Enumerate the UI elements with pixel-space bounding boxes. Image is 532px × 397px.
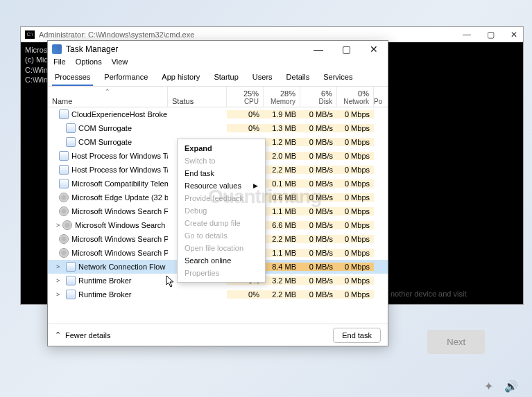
ctx-resource-values[interactable]: Resource values▶ <box>178 179 265 192</box>
expander-icon[interactable]: > <box>56 263 63 270</box>
tab-details[interactable]: Details <box>284 71 313 86</box>
ctx-properties: Properties <box>178 267 265 279</box>
ctx-provide-feedback: Provide feedback <box>178 192 265 204</box>
process-name: COM Surrogate <box>78 138 132 146</box>
tm-menubar[interactable]: File Options View <box>48 58 388 71</box>
menu-file[interactable]: File <box>53 58 66 71</box>
tm-titlebar[interactable]: Task Manager — ▢ ✕ <box>48 41 388 58</box>
cell-disk: 0 MB/s <box>300 166 337 174</box>
ctx-open-file-location: Open file location <box>178 242 265 254</box>
cell-name: Host Process for Windows Tasks <box>48 151 168 161</box>
cell-disk: 0 MB/s <box>300 249 337 257</box>
tab-users[interactable]: Users <box>250 71 275 86</box>
next-button[interactable]: Next <box>427 330 485 354</box>
col-disk[interactable]: 6%Disk <box>300 87 337 107</box>
tm-min-icon[interactable]: — <box>309 44 328 55</box>
cell-network: 0 Mbps <box>337 166 374 174</box>
col-more[interactable]: Po <box>374 87 384 107</box>
process-icon <box>59 151 69 161</box>
grid-header[interactable]: ⌃ Name Status 25%CPU 28%Memory 6%Disk 0%… <box>48 87 388 107</box>
process-name: Microsoft Windows Search Inde... <box>75 221 168 229</box>
cmd-close-icon[interactable]: ✕ <box>509 30 519 39</box>
cell-network: 0 Mbps <box>337 179 374 188</box>
cell-network: 0 Mbps <box>337 152 374 160</box>
table-row[interactable]: CloudExperienceHost Broker0%1.9 MB0 MB/s… <box>48 107 388 121</box>
cell-name: Microsoft Windows Search Filte... <box>48 206 168 216</box>
accessibility-icon[interactable]: ✦ <box>484 380 493 393</box>
process-icon <box>59 206 69 216</box>
tab-app-history[interactable]: App history <box>159 71 203 86</box>
cell-name: >Microsoft Windows Search Inde... <box>48 220 168 230</box>
cell-name: >Network Connection Flow <box>48 262 168 272</box>
cell-name: Microsoft Edge Update (32 bit) <box>48 193 168 202</box>
process-name: Runtime Broker <box>78 276 131 285</box>
cmd-min-icon[interactable]: — <box>462 30 472 39</box>
table-row[interactable]: >Runtime Broker0%2.2 MB0 MB/s0 Mbps <box>48 288 388 301</box>
col-name[interactable]: ⌃ Name <box>48 87 168 107</box>
chevron-right-icon: ▶ <box>253 182 258 189</box>
cell-disk: 0 MB/s <box>300 124 337 132</box>
cell-name: COM Surrogate <box>48 137 168 147</box>
col-status[interactable]: Status <box>168 87 227 107</box>
ctx-switch-to: Switch to <box>178 155 265 167</box>
expander-icon[interactable]: > <box>56 277 63 284</box>
col-memory[interactable]: 28%Memory <box>264 87 300 107</box>
col-cpu[interactable]: 25%CPU <box>227 87 264 107</box>
col-network[interactable]: 0%Network <box>337 87 374 107</box>
process-name: Host Process for Windows Tasks <box>71 152 168 160</box>
cmd-window-controls: — ▢ ✕ <box>462 30 519 39</box>
process-icon <box>59 193 69 202</box>
ctx-debug: Debug <box>178 204 265 217</box>
expander-icon[interactable]: > <box>56 291 63 298</box>
tab-processes[interactable]: Processes <box>52 71 93 86</box>
cell-network: 0 Mbps <box>337 290 374 299</box>
table-row[interactable]: COM Surrogate0%1.3 MB0 MB/s0 Mbps <box>48 121 388 135</box>
cell-network: 0 Mbps <box>337 235 374 243</box>
ctx-go-to-details: Go to details <box>178 229 265 242</box>
end-task-button[interactable]: End task <box>333 328 381 343</box>
ctx-search-online[interactable]: Search online <box>178 254 265 267</box>
cell-name: CloudExperienceHost Broker <box>48 109 168 119</box>
process-name: CloudExperienceHost Broker <box>71 110 168 118</box>
cell-name: >Runtime Broker <box>48 290 168 299</box>
process-icon <box>59 165 69 175</box>
tab-performance[interactable]: Performance <box>101 71 151 86</box>
ctx-expand[interactable]: Expand <box>178 142 265 155</box>
cell-network: 0 Mbps <box>337 249 374 257</box>
cell-network: 0 Mbps <box>337 263 374 271</box>
cell-disk: 0 MB/s <box>300 263 337 271</box>
expander-icon[interactable]: > <box>56 222 60 229</box>
volume-icon[interactable]: 🔊 <box>504 380 518 393</box>
process-icon <box>66 290 76 299</box>
process-name: Microsoft Windows Search Prot... <box>71 235 168 243</box>
menu-options[interactable]: Options <box>76 58 102 71</box>
cell-memory: 2.2 MB <box>264 290 300 299</box>
cell-disk: 0 MB/s <box>300 152 337 160</box>
cell-memory: 1.1 MB <box>264 249 300 257</box>
cell-disk: 0 MB/s <box>300 179 337 188</box>
cell-disk: 0 MB/s <box>300 235 337 243</box>
cell-memory: 1.9 MB <box>264 110 300 118</box>
tab-startup[interactable]: Startup <box>211 71 241 86</box>
tm-tabs[interactable]: Processes Performance App history Startu… <box>48 71 388 87</box>
ctx-end-task[interactable]: End task <box>178 167 265 179</box>
cell-cpu: 0% <box>227 110 264 118</box>
cell-disk: 0 MB/s <box>300 290 337 299</box>
process-icon <box>59 109 69 119</box>
cmd-icon: C:\ <box>25 30 35 39</box>
process-icon <box>66 137 76 147</box>
cmd-max-icon[interactable]: ▢ <box>486 30 495 39</box>
cell-disk: 0 MB/s <box>300 207 337 215</box>
process-icon <box>59 234 69 244</box>
tm-footer: ⌃ Fewer details End task <box>48 324 388 346</box>
menu-view[interactable]: View <box>112 58 128 71</box>
tm-close-icon[interactable]: ✕ <box>364 44 384 55</box>
tm-max-icon[interactable]: ▢ <box>336 44 356 55</box>
cell-name: >Runtime Broker <box>48 276 168 285</box>
process-icon <box>66 262 76 272</box>
cell-disk: 0 MB/s <box>300 138 337 146</box>
tab-services[interactable]: Services <box>320 71 355 86</box>
fewer-details-toggle[interactable]: ⌃ Fewer details <box>55 330 110 339</box>
process-name: Microsoft Edge Update (32 bit) <box>71 193 168 202</box>
context-menu[interactable]: ExpandSwitch toEnd taskResource values▶P… <box>177 139 266 283</box>
